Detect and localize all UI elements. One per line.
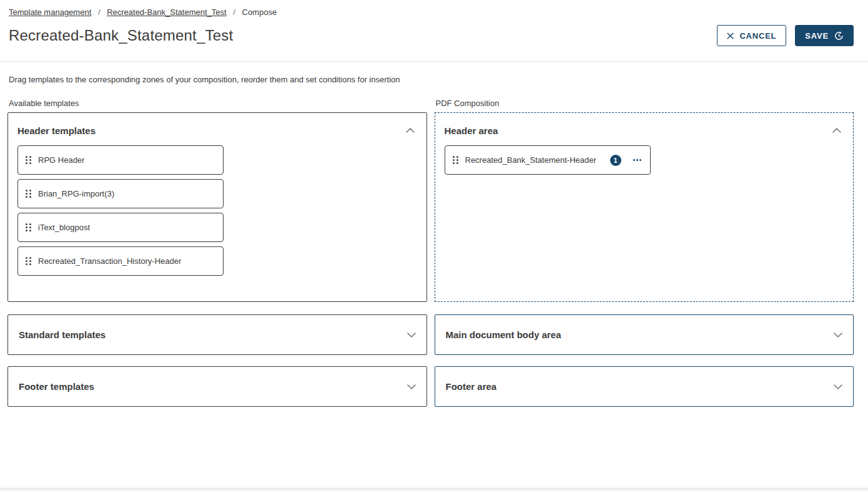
template-item-brian-rpg-import[interactable]: Brian_RPG-import(3) (17, 179, 224, 208)
save-button-label: SAVE (805, 31, 829, 41)
breadcrumb-template-management[interactable]: Template management (9, 7, 91, 17)
breadcrumb-separator: / (98, 7, 101, 17)
header-templates-collapse-button[interactable] (403, 125, 417, 135)
breadcrumb-separator: / (233, 7, 235, 17)
footer-area-title: Footer area (446, 381, 497, 392)
template-item-recreated-transaction-history-header[interactable]: Recreated_Transaction_History-Header (17, 246, 224, 276)
chevron-down-icon (407, 333, 416, 338)
drag-handle-icon[interactable] (453, 156, 458, 164)
template-item-itext-blogpost[interactable]: iText_blogpost (17, 213, 224, 242)
template-item-label: Brian_RPG-import(3) (38, 189, 114, 198)
condition-count-badge: 1 (610, 155, 621, 166)
header-area-panel: Header area Recreated_Bank_Statement-Hea… (435, 112, 854, 302)
template-item-label: Recreated_Transaction_History-Header (38, 256, 181, 266)
template-item-label: iText_blogpost (38, 223, 90, 232)
composition-item-recreated-bank-statement-header[interactable]: Recreated_Bank_Statement-Header 1 (445, 145, 651, 175)
cancel-button[interactable]: CANCEL (717, 25, 786, 46)
template-item-label: RPG Header (38, 155, 84, 165)
cancel-button-label: CANCEL (739, 31, 776, 41)
header-area-head[interactable]: Header area (445, 121, 844, 140)
close-icon (727, 32, 734, 39)
header-area-title: Header area (445, 125, 498, 136)
ellipsis-icon[interactable] (632, 157, 643, 163)
available-templates-label: Available templates (9, 99, 427, 108)
main-document-body-area-section[interactable]: Main document body area (435, 314, 854, 355)
main-content: Drag templates to the corresponding zone… (0, 75, 868, 407)
instruction-text: Drag templates to the corresponding zone… (9, 75, 854, 84)
header-templates-list: RPG Header Brian_RPG-import(3) iText_blo… (17, 145, 417, 276)
header-templates-panel: Header templates RPG Header (7, 112, 427, 302)
drag-handle-icon[interactable] (26, 156, 31, 164)
breadcrumb-template-name[interactable]: Recreated-Bank_Statement_Test (107, 7, 227, 17)
drag-handle-icon[interactable] (26, 257, 31, 265)
drag-handle-icon[interactable] (26, 223, 31, 231)
header-templates-title: Header templates (17, 125, 96, 136)
available-templates-column: Available templates Header templates (7, 99, 427, 407)
breadcrumb: Template management / Recreated-Bank_Sta… (9, 7, 854, 17)
footer-templates-section[interactable]: Footer templates (7, 366, 427, 407)
main-document-body-area-title: Main document body area (446, 329, 561, 340)
template-item-rpg-header[interactable]: RPG Header (17, 145, 224, 175)
standard-templates-title: Standard templates (19, 329, 106, 340)
header-templates-head[interactable]: Header templates (17, 121, 417, 140)
header-actions: CANCEL SAVE (717, 25, 854, 46)
page-title: Recreated-Bank_Statement_Test (9, 27, 233, 44)
chevron-up-icon (406, 128, 415, 133)
composition-item-label: Recreated_Bank_Statement-Header (465, 155, 596, 165)
horizontal-scrollbar[interactable] (0, 488, 868, 491)
breadcrumb-compose: Compose (242, 7, 277, 17)
chevron-down-icon (407, 384, 416, 389)
history-icon (834, 31, 844, 41)
compose-page: Template management / Recreated-Bank_Sta… (0, 0, 868, 491)
chevron-up-icon (832, 128, 841, 133)
header-area-collapse-button[interactable] (830, 125, 844, 135)
page-header: Template management / Recreated-Bank_Sta… (0, 0, 868, 62)
drag-handle-icon[interactable] (26, 190, 31, 198)
save-button[interactable]: SAVE (795, 25, 854, 46)
footer-area-section[interactable]: Footer area (435, 366, 854, 407)
pdf-composition-column: PDF Composition Header area Re (435, 99, 854, 407)
chevron-down-icon (834, 333, 842, 338)
header-area-list: Recreated_Bank_Statement-Header 1 (445, 145, 844, 175)
footer-templates-title: Footer templates (19, 381, 94, 392)
chevron-down-icon (834, 384, 842, 389)
standard-templates-section[interactable]: Standard templates (7, 314, 427, 355)
pdf-composition-label: PDF Composition (436, 99, 854, 108)
